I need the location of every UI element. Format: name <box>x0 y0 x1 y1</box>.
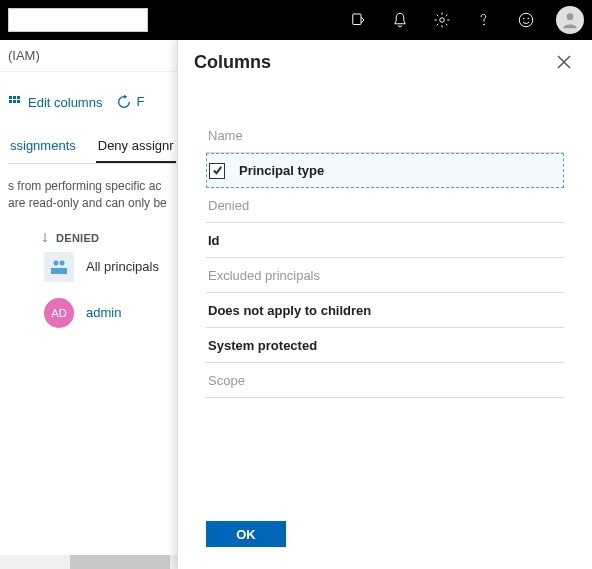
column-label: Denied <box>208 198 249 213</box>
svg-point-6 <box>567 13 574 20</box>
topbar <box>0 0 592 40</box>
column-option[interactable]: System protected <box>206 328 564 363</box>
svg-point-4 <box>523 18 524 19</box>
column-label: Scope <box>208 373 245 388</box>
column-option[interactable]: Denied <box>206 188 564 223</box>
column-label: System protected <box>208 338 317 353</box>
column-option[interactable]: Does not apply to children <box>206 293 564 328</box>
svg-point-14 <box>60 260 65 265</box>
group-icon <box>44 252 74 282</box>
svg-rect-12 <box>17 100 20 103</box>
panel-body: NamePrincipal typeDeniedIdExcluded princ… <box>178 88 592 507</box>
svg-rect-0 <box>353 14 361 25</box>
tab-deny-assignments[interactable]: Deny assignr <box>96 132 176 163</box>
column-option[interactable]: Id <box>206 223 564 258</box>
panel-title: Columns <box>194 52 271 73</box>
tab-role-assignments[interactable]: ssignments <box>8 132 78 163</box>
help-icon[interactable] <box>464 0 504 40</box>
svg-point-1 <box>440 18 445 23</box>
scrollbar-thumb[interactable] <box>70 555 170 569</box>
ok-button[interactable]: OK <box>206 521 286 547</box>
settings-icon[interactable] <box>422 0 462 40</box>
panel-footer: OK <box>178 507 592 569</box>
column-label: Id <box>208 233 220 248</box>
column-label: Principal type <box>239 163 324 178</box>
edit-columns-button[interactable]: Edit columns <box>8 95 102 110</box>
column-option[interactable]: Scope <box>206 363 564 398</box>
columns-panel: Columns NamePrincipal typeDeniedIdExclud… <box>177 40 592 569</box>
refresh-label-fragment: F <box>136 94 144 110</box>
svg-point-3 <box>519 13 533 27</box>
edit-columns-label: Edit columns <box>28 95 102 110</box>
horizontal-scrollbar[interactable] <box>0 555 178 569</box>
svg-rect-11 <box>13 100 16 103</box>
column-option[interactable]: Principal type <box>206 153 564 188</box>
svg-rect-15 <box>51 268 67 274</box>
breadcrumb-text: (IAM) <box>8 48 40 63</box>
columns-icon <box>8 95 22 109</box>
column-label: Name <box>208 128 243 143</box>
column-option[interactable]: Name <box>206 118 564 153</box>
svg-point-2 <box>484 24 485 25</box>
svg-rect-9 <box>17 96 20 99</box>
topbar-icons <box>338 0 584 40</box>
feedback-icon[interactable] <box>506 0 546 40</box>
column-option[interactable]: Excluded principals <box>206 258 564 293</box>
row-label-admin[interactable]: admin <box>86 305 121 320</box>
svg-point-13 <box>54 260 59 265</box>
notifications-icon[interactable] <box>380 0 420 40</box>
user-badge-icon: AD <box>44 298 74 328</box>
checkbox-icon[interactable] <box>209 163 225 179</box>
column-label: Does not apply to children <box>208 303 371 318</box>
panel-header: Columns <box>178 40 592 88</box>
user-avatar[interactable] <box>556 6 584 34</box>
row-label-all-principals: All principals <box>86 259 159 274</box>
svg-point-5 <box>528 18 529 19</box>
svg-rect-8 <box>13 96 16 99</box>
svg-rect-10 <box>9 100 12 103</box>
column-label: Excluded principals <box>208 268 320 283</box>
close-icon[interactable] <box>552 50 576 74</box>
sort-icon <box>40 233 50 243</box>
search-input[interactable] <box>8 8 148 32</box>
refresh-button[interactable]: F <box>116 94 144 110</box>
svg-rect-7 <box>9 96 12 99</box>
directory-switch-icon[interactable] <box>338 0 378 40</box>
